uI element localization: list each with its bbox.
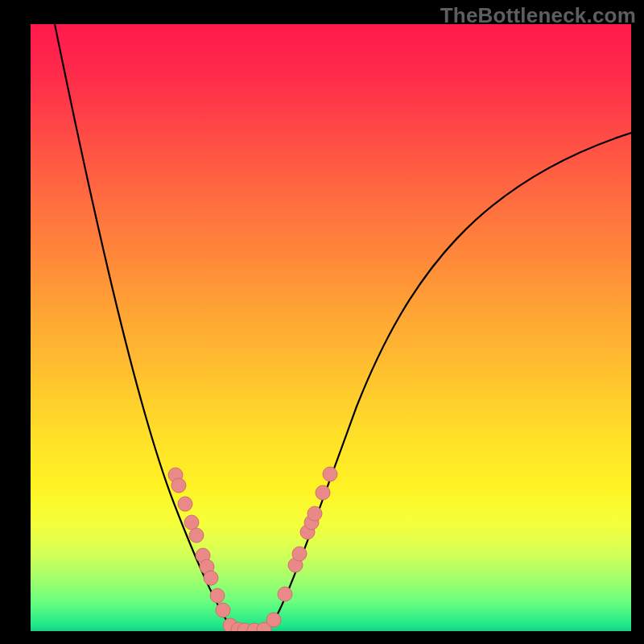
marker-dot — [184, 515, 199, 530]
chart-svg — [31, 24, 631, 631]
plot-area — [31, 24, 631, 631]
bottleneck-curve — [55, 24, 631, 631]
marker-dot — [216, 603, 230, 617]
highlight-dots — [168, 467, 337, 631]
marker-dot — [204, 571, 218, 585]
marker-dot — [292, 547, 307, 561]
marker-dot — [266, 613, 281, 627]
marker-dot — [316, 485, 330, 500]
marker-dot — [171, 478, 186, 493]
chart-frame: TheBottleneck.com — [0, 0, 644, 644]
marker-dot — [210, 588, 225, 603]
marker-dot — [178, 497, 192, 511]
marker-dot — [278, 587, 292, 601]
marker-dot — [189, 528, 204, 543]
marker-dot — [323, 467, 337, 481]
marker-dot — [308, 506, 322, 521]
